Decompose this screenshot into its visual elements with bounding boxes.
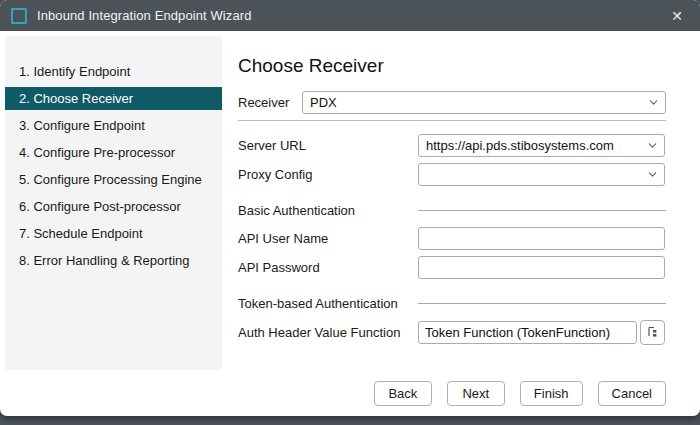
proxy-config-row: Proxy Config	[238, 163, 666, 186]
api-user-name-row: API User Name	[238, 227, 666, 250]
auth-header-value-function-row: Auth Header Value Function Token Functio…	[238, 320, 666, 345]
chevron-down-icon	[648, 97, 659, 108]
function-picker-button[interactable]	[640, 320, 665, 345]
title-bar: Inbound Integration Endpoint Wizard ✕	[0, 0, 700, 31]
basic-authentication-title: Basic Authentication	[238, 203, 418, 218]
next-button[interactable]: Next	[447, 381, 505, 406]
server-url-dropdown[interactable]: https://api.pds.stibosystems.com	[418, 134, 665, 157]
wizard-steps-sidebar: 1. Identify Endpoint 2. Choose Receiver …	[5, 36, 222, 370]
tree-browse-icon	[646, 324, 659, 342]
chevron-down-icon	[647, 169, 658, 180]
receiver-label: Receiver	[238, 95, 302, 110]
sidebar-item-configure-endpoint[interactable]: 3. Configure Endpoint	[5, 114, 222, 137]
sidebar-item-configure-processing-engine[interactable]: 5. Configure Processing Engine	[5, 168, 222, 191]
app-icon	[11, 8, 27, 24]
cancel-button[interactable]: Cancel	[598, 381, 666, 406]
close-button[interactable]: ✕	[654, 0, 700, 31]
basic-authentication-section-header: Basic Authentication	[238, 203, 666, 218]
server-url-row: Server URL https://api.pds.stibosystems.…	[238, 134, 666, 157]
close-icon: ✕	[671, 8, 683, 24]
receiver-dropdown[interactable]: PDX	[302, 91, 666, 114]
token-authentication-title: Token-based Authentication	[238, 296, 418, 311]
proxy-config-label: Proxy Config	[238, 167, 418, 182]
sidebar-item-configure-pre-processor[interactable]: 4. Configure Pre-processor	[5, 141, 222, 164]
auth-header-value-function-label: Auth Header Value Function	[238, 325, 418, 340]
api-user-name-input[interactable]	[418, 227, 665, 250]
auth-header-value-function-field[interactable]: Token Function (TokenFunction)	[418, 321, 637, 344]
server-url-value: https://api.pds.stibosystems.com	[426, 138, 614, 153]
auth-header-value-function-value: Token Function (TokenFunction)	[425, 325, 610, 340]
finish-button[interactable]: Finish	[520, 381, 583, 406]
wizard-content: 1. Identify Endpoint 2. Choose Receiver …	[0, 31, 700, 381]
api-password-label: API Password	[238, 260, 418, 275]
page-title: Choose Receiver	[238, 55, 666, 77]
api-password-input[interactable]	[418, 256, 665, 279]
api-password-row: API Password	[238, 256, 666, 279]
wizard-footer: Back Next Finish Cancel	[0, 381, 700, 416]
sidebar-item-choose-receiver[interactable]: 2. Choose Receiver	[5, 87, 222, 110]
window-title: Inbound Integration Endpoint Wizard	[37, 8, 252, 23]
back-button[interactable]: Back	[374, 381, 432, 406]
sidebar-item-error-handling-reporting[interactable]: 8. Error Handling & Reporting	[5, 249, 222, 272]
sidebar-item-configure-post-processor[interactable]: 6. Configure Post-processor	[5, 195, 222, 218]
receiver-value: PDX	[310, 95, 337, 110]
section-divider	[418, 303, 666, 304]
receiver-row: Receiver PDX	[238, 91, 666, 114]
sidebar-item-schedule-endpoint[interactable]: 7. Schedule Endpoint	[5, 222, 222, 245]
server-url-label: Server URL	[238, 138, 418, 153]
receiver-separator	[238, 120, 666, 121]
chevron-down-icon	[647, 140, 658, 151]
token-authentication-section-header: Token-based Authentication	[238, 296, 666, 311]
sidebar-item-identify-endpoint[interactable]: 1. Identify Endpoint	[5, 60, 222, 83]
choose-receiver-panel: Choose Receiver Receiver PDX Server URL …	[222, 31, 700, 351]
section-divider	[418, 210, 666, 211]
api-user-name-label: API User Name	[238, 231, 418, 246]
wizard-window: Inbound Integration Endpoint Wizard ✕ 1.…	[0, 0, 700, 416]
proxy-config-dropdown[interactable]	[418, 163, 665, 186]
